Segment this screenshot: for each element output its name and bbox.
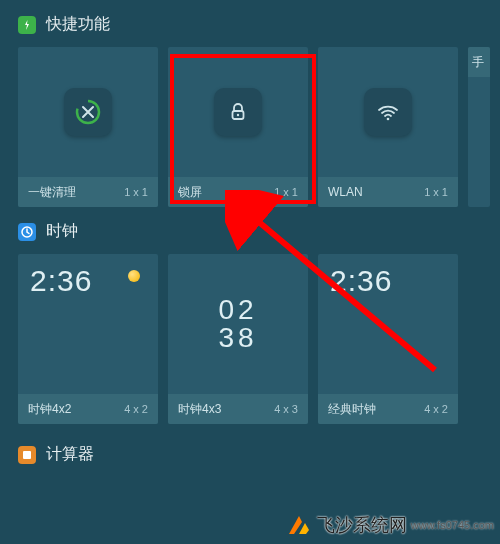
tile-dim: 1 x 1 <box>124 186 148 198</box>
widget-tile-lockscreen[interactable]: 锁屏 1 x 1 <box>168 47 308 207</box>
svg-point-2 <box>237 114 239 116</box>
bolt-icon <box>18 16 36 34</box>
tile-dim: 1 x 1 <box>424 186 448 198</box>
wifi-icon <box>364 88 412 136</box>
quick-row: 一键清理 1 x 1 锁屏 1 x 1 <box>0 47 500 207</box>
svg-point-3 <box>387 118 390 121</box>
tile-body: 02 38 <box>168 254 308 394</box>
section-header-quick: 快捷功能 <box>0 0 500 47</box>
tile-label: 锁屏 <box>178 184 202 201</box>
clean-icon <box>64 88 112 136</box>
tile-footer: 时钟4x3 4 x 3 <box>168 394 308 424</box>
section-title: 时钟 <box>46 221 78 242</box>
tile-footer: 时钟4x2 4 x 2 <box>18 394 158 424</box>
clock-preview: 02 38 <box>218 296 257 352</box>
tile-body: 2:36 <box>18 254 158 394</box>
clock-minutes: 38 <box>218 324 257 352</box>
tile-label: 时钟4x3 <box>178 401 221 418</box>
clock-hours: 02 <box>218 296 257 324</box>
section-header-other: 计算器 <box>0 430 500 465</box>
tile-dim: 4 x 2 <box>424 403 448 415</box>
tile-dim: 4 x 3 <box>274 403 298 415</box>
widget-tile-partial[interactable]: 手 1 x 1 <box>468 47 490 207</box>
tile-body <box>168 47 308 177</box>
tile-label: 经典时钟 <box>328 401 376 418</box>
app-icon <box>18 446 36 464</box>
tile-footer: 锁屏 1 x 1 <box>168 177 308 207</box>
clock-preview: 2:36 <box>18 254 158 298</box>
section-title: 快捷功能 <box>46 14 110 35</box>
section-clock: 时钟 2:36 时钟4x2 4 x 2 02 <box>0 207 500 424</box>
widget-tile-clean[interactable]: 一键清理 1 x 1 <box>18 47 158 207</box>
clock-icon <box>18 223 36 241</box>
clock-preview: 2:36 <box>318 254 458 298</box>
tile-footer: WLAN 1 x 1 <box>318 177 458 207</box>
section-title: 计算器 <box>46 444 94 465</box>
widget-tile-clock-4x3[interactable]: 02 38 时钟4x3 4 x 3 <box>168 254 308 424</box>
tile-label: 手 <box>472 54 484 71</box>
watermark-logo-icon <box>285 512 311 538</box>
clock-time: 2:36 <box>330 264 392 298</box>
section-header-clock: 时钟 <box>0 207 500 254</box>
tile-footer: 一键清理 1 x 1 <box>18 177 158 207</box>
tile-footer: 手 1 x 1 <box>468 47 490 77</box>
sun-icon <box>128 270 140 282</box>
tile-body: 2:36 <box>318 254 458 394</box>
tile-dim: 4 x 2 <box>124 403 148 415</box>
widget-tile-classic-clock[interactable]: 2:36 经典时钟 4 x 2 <box>318 254 458 424</box>
watermark-brand: 飞沙系统网 <box>317 513 407 537</box>
lock-icon <box>214 88 262 136</box>
svg-rect-6 <box>23 451 31 459</box>
clock-time: 2:36 <box>30 264 92 298</box>
widget-tile-wlan[interactable]: WLAN 1 x 1 <box>318 47 458 207</box>
watermark-url: www.fs0745.com <box>411 519 494 531</box>
tile-body <box>18 47 158 177</box>
clock-row: 2:36 时钟4x2 4 x 2 02 38 时钟4x3 <box>0 254 500 424</box>
tile-dim: 1 x 1 <box>274 186 298 198</box>
widget-picker-screen: 快捷功能 一键清理 1 x 1 <box>0 0 500 544</box>
tile-label: 一键清理 <box>28 184 76 201</box>
section-quick: 快捷功能 一键清理 1 x 1 <box>0 0 500 207</box>
tile-footer: 经典时钟 4 x 2 <box>318 394 458 424</box>
tile-body <box>318 47 458 177</box>
tile-label: 时钟4x2 <box>28 401 71 418</box>
tile-label: WLAN <box>328 185 363 199</box>
watermark: 飞沙系统网 www.fs0745.com <box>285 512 494 538</box>
section-other: 计算器 <box>0 430 500 465</box>
widget-tile-clock-4x2[interactable]: 2:36 时钟4x2 4 x 2 <box>18 254 158 424</box>
